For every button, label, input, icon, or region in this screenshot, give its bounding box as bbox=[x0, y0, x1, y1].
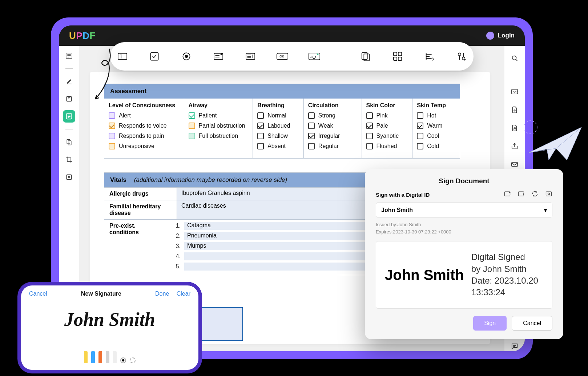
checkbox-option[interactable]: Strong bbox=[308, 112, 357, 119]
listbox-icon[interactable] bbox=[244, 50, 257, 63]
ai-icon[interactable] bbox=[510, 105, 520, 115]
new-id-icon[interactable] bbox=[504, 190, 511, 199]
checkbox-option[interactable]: Hot bbox=[417, 112, 455, 119]
read-icon[interactable] bbox=[63, 49, 75, 62]
checkbox-option[interactable]: Alert bbox=[109, 112, 180, 119]
checkbox-icon[interactable] bbox=[109, 123, 115, 129]
checkbox-icon[interactable] bbox=[308, 112, 315, 119]
pen-orange-icon[interactable] bbox=[98, 351, 102, 363]
checkbox-icon[interactable] bbox=[257, 112, 264, 119]
checkbox-option[interactable]: Syanotic bbox=[366, 133, 408, 139]
checkbox-icon[interactable] bbox=[308, 143, 315, 149]
option-label: Responds to voice bbox=[119, 123, 167, 129]
duplicate-icon[interactable] bbox=[359, 50, 372, 63]
checkbox-option[interactable]: Cold bbox=[417, 143, 455, 149]
checkbox-icon[interactable] bbox=[189, 112, 195, 119]
checkbox-option[interactable]: Cool bbox=[417, 133, 455, 139]
checkbox-icon[interactable] bbox=[257, 133, 264, 139]
refresh-icon[interactable] bbox=[531, 190, 539, 199]
checkbox-icon[interactable] bbox=[308, 133, 315, 139]
clear-button[interactable]: Clear bbox=[177, 291, 190, 297]
checkbox-option[interactable]: Regular bbox=[308, 143, 357, 149]
checkbox-icon[interactable] bbox=[257, 123, 264, 129]
checkbox-icon[interactable] bbox=[417, 143, 423, 149]
checkbox-icon[interactable] bbox=[109, 112, 115, 119]
checkbox-icon[interactable] bbox=[189, 133, 195, 139]
vitals-row-label: Allergic drugs bbox=[104, 188, 177, 200]
done-button[interactable]: Done bbox=[155, 291, 169, 297]
preview-icon[interactable] bbox=[545, 190, 552, 199]
checkbox-icon[interactable] bbox=[417, 133, 423, 139]
checkbox-option[interactable]: Laboued bbox=[257, 123, 299, 129]
checkbox-option[interactable]: Responds to pain bbox=[109, 133, 180, 139]
checkbox-icon[interactable] bbox=[257, 143, 264, 149]
dropdown-icon[interactable] bbox=[212, 50, 225, 63]
checkbox-option[interactable]: Warm bbox=[417, 123, 455, 129]
checkbox-icon[interactable] bbox=[417, 112, 423, 119]
checkbox-option[interactable]: Shallow bbox=[257, 133, 299, 139]
lock-icon[interactable] bbox=[510, 123, 520, 133]
assessment-column: Skin ColorPinkPaleSyanoticFlushed bbox=[362, 99, 413, 158]
radio-icon[interactable] bbox=[180, 50, 193, 63]
checkbox-icon[interactable] bbox=[109, 133, 115, 139]
form-icon[interactable] bbox=[63, 110, 75, 123]
checkbox-option[interactable]: Pink bbox=[366, 112, 408, 119]
cancel-button[interactable]: Cancel bbox=[512, 316, 552, 331]
checkbox-icon[interactable] bbox=[189, 123, 195, 129]
checkbox-option[interactable]: Absent bbox=[257, 143, 299, 149]
convert-icon[interactable] bbox=[63, 171, 75, 183]
checkbox-icon[interactable] bbox=[417, 123, 423, 129]
pen-blue-icon[interactable] bbox=[91, 351, 95, 363]
checkbox-icon[interactable] bbox=[308, 123, 315, 129]
login-button[interactable]: Login bbox=[486, 32, 515, 40]
checkbox-option[interactable]: Irregular bbox=[308, 133, 357, 139]
eraser-icon[interactable] bbox=[113, 351, 117, 363]
search-icon[interactable] bbox=[510, 53, 520, 63]
add-color-icon[interactable] bbox=[130, 357, 136, 363]
pen-gray-icon[interactable] bbox=[106, 351, 109, 363]
sign-button[interactable]: Sign bbox=[473, 316, 507, 331]
color-swatch-icon[interactable] bbox=[120, 357, 126, 363]
tools-icon[interactable] bbox=[455, 50, 468, 63]
option-label: Responds to pain bbox=[119, 133, 164, 139]
annotate-icon[interactable] bbox=[63, 93, 75, 105]
checkbox-icon[interactable] bbox=[109, 143, 115, 149]
checkbox-option[interactable]: Normal bbox=[257, 112, 299, 119]
signature-icon[interactable] bbox=[308, 50, 321, 63]
checkbox-option[interactable]: Full obstruction bbox=[189, 133, 249, 139]
checkbox-icon[interactable] bbox=[366, 123, 373, 129]
checkbox-option[interactable]: Partial obstruction bbox=[189, 123, 249, 129]
checkbox-option[interactable]: Patient bbox=[189, 112, 249, 119]
button-icon[interactable]: OK bbox=[276, 50, 289, 63]
checkbox-option[interactable]: Weak bbox=[308, 123, 357, 129]
share-icon[interactable] bbox=[510, 141, 520, 151]
checkbox-icon[interactable] bbox=[148, 50, 161, 63]
cancel-button[interactable]: Cancel bbox=[29, 291, 47, 297]
edit-icon[interactable] bbox=[63, 75, 75, 88]
vitals-title: Vitals bbox=[110, 176, 126, 183]
chat-icon[interactable] bbox=[510, 341, 520, 351]
checkbox-icon[interactable] bbox=[366, 133, 373, 139]
signature-canvas[interactable]: John Smith bbox=[21, 309, 198, 330]
crop-icon[interactable] bbox=[63, 153, 75, 166]
assessment-title: Assessment bbox=[104, 84, 460, 99]
assessment-column: CirculationStrongWeakIrregularRegular bbox=[304, 99, 362, 158]
checkbox-option[interactable]: Pale bbox=[366, 123, 408, 129]
digital-id-select[interactable]: John Smith ▾ bbox=[376, 203, 552, 217]
checkbox-option[interactable]: Unresponsive bbox=[109, 143, 180, 149]
grid-icon[interactable] bbox=[391, 50, 404, 63]
svg-rect-4 bbox=[68, 141, 71, 145]
pen-yellow-icon[interactable] bbox=[84, 351, 88, 363]
column-header: Airway bbox=[189, 102, 249, 109]
checkbox-option[interactable]: Responds to voice bbox=[109, 123, 180, 129]
checkbox-icon[interactable] bbox=[366, 112, 373, 119]
organize-icon[interactable] bbox=[63, 136, 75, 148]
ocr-icon[interactable]: OCR bbox=[510, 87, 520, 97]
align-icon[interactable] bbox=[423, 50, 436, 63]
import-id-icon[interactable] bbox=[517, 190, 525, 199]
assessment-column: AirwayPatientPartial obstructionFull obs… bbox=[184, 99, 253, 158]
checkbox-icon[interactable] bbox=[366, 143, 373, 149]
checkbox-option[interactable]: Flushed bbox=[366, 143, 408, 149]
mail-icon[interactable] bbox=[510, 159, 520, 169]
svg-point-28 bbox=[462, 57, 465, 60]
